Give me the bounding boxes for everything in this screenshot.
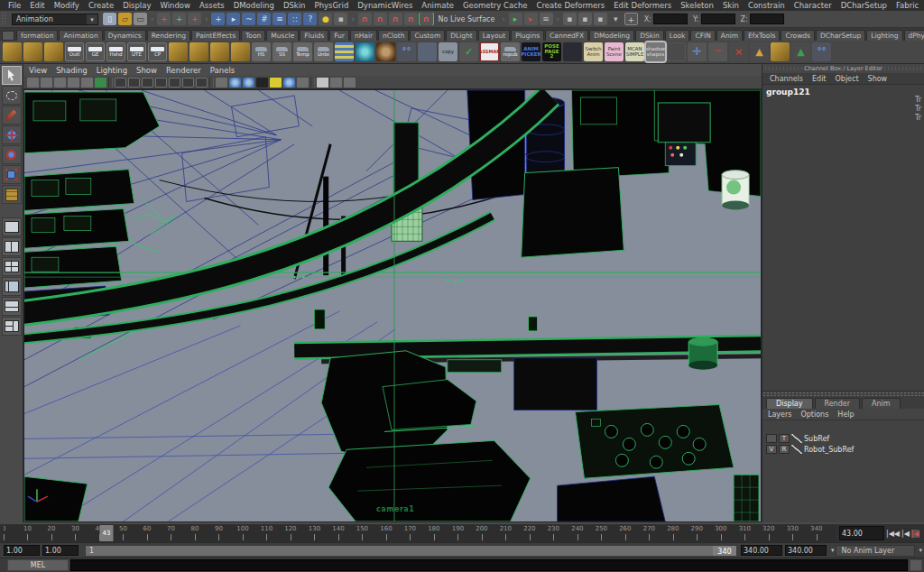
modeling-toolkit-icon[interactable]: ▪	[563, 13, 577, 25]
package-icon[interactable]	[189, 42, 208, 61]
shadow-shapes-button[interactable]: shadow shapes	[646, 42, 665, 61]
menu-display[interactable]: Display	[118, 1, 155, 10]
menu-set-selector[interactable]: Animation ▾	[12, 14, 98, 25]
menu-edit[interactable]: Edit	[25, 1, 49, 10]
select-lattice-icon[interactable]: ≡	[273, 13, 286, 25]
gold-stack-icon[interactable]	[771, 42, 790, 61]
snap-to-view-plane-icon[interactable]: ∩	[404, 13, 418, 25]
scale-tool[interactable]	[2, 165, 22, 184]
package-icon[interactable]	[3, 42, 22, 61]
lights-icon[interactable]	[256, 78, 268, 88]
viewport-menu-lighting[interactable]: Lighting	[97, 66, 127, 75]
menu-create[interactable]: Create	[84, 1, 118, 10]
lock-icon[interactable]: ●	[319, 13, 332, 25]
layer-row[interactable]: VRRobot_SubRef	[762, 444, 924, 455]
input-connections-icon[interactable]: ▸	[509, 13, 522, 25]
shelf-tab-fur[interactable]: Fur	[329, 30, 349, 41]
stripes-icon[interactable]	[335, 42, 354, 61]
group-divider[interactable]: ›	[351, 15, 354, 23]
animation-start-field[interactable]	[4, 545, 40, 556]
symmetry-icon[interactable]: ▪	[578, 13, 592, 25]
layer-editor-tab-display[interactable]: Display	[766, 398, 813, 409]
shelf-tab-toon[interactable]: Toon	[241, 30, 265, 41]
menu-file[interactable]: File	[4, 1, 25, 10]
smooth-shade-icon[interactable]	[229, 78, 241, 88]
isolate-select-icon[interactable]	[317, 78, 328, 88]
menu-physgrid[interactable]: PhysGrid	[310, 1, 354, 10]
step-back-frame-button[interactable]: |◀	[901, 530, 910, 538]
package-icon[interactable]	[44, 42, 63, 61]
car-temp-button[interactable]: Temp	[293, 42, 312, 61]
viewport-menu-view[interactable]: View	[29, 66, 47, 75]
layer-color-swatch-icon[interactable]	[791, 445, 802, 454]
occlusion-icon[interactable]	[297, 78, 309, 88]
playback-end-field[interactable]	[741, 545, 782, 556]
menu-fabric[interactable]: Fabric	[892, 1, 923, 10]
textured-icon[interactable]	[243, 78, 254, 88]
shelf-tab-rendering[interactable]: Rendering	[147, 30, 190, 41]
car-hs-button[interactable]: HS	[252, 42, 271, 61]
compass-icon[interactable]: ✛	[688, 42, 707, 61]
range-slider-bar[interactable]	[86, 546, 736, 556]
shelf-tab-lighting[interactable]: Lighting	[866, 30, 902, 41]
shelf-tab-painteffects[interactable]: PaintEffects	[191, 30, 240, 41]
menu-constrain[interactable]: Constrain	[744, 1, 790, 10]
step-back-key-button[interactable]: |◀	[911, 530, 919, 538]
select-tool[interactable]	[2, 66, 22, 85]
shadows-icon[interactable]	[283, 78, 295, 88]
monkey-icon[interactable]	[376, 42, 395, 61]
move-tool[interactable]	[2, 125, 22, 144]
lasso-select-tool[interactable]	[2, 86, 22, 105]
layer-editor-menu-options[interactable]: Options	[800, 411, 828, 419]
output-connections-icon[interactable]: ▸	[524, 13, 538, 25]
car-ss-button[interactable]: SS	[273, 42, 291, 61]
new-scene-icon[interactable]: ▯	[103, 13, 116, 25]
wireframe-icon[interactable]	[216, 78, 227, 88]
shelf-tab-ncloth[interactable]: nCloth	[378, 30, 409, 41]
menu-character[interactable]: Character	[790, 1, 836, 10]
shelf-tab-plugins[interactable]: Plugins	[511, 30, 544, 41]
shelf-tab-switcher-icon[interactable]	[2, 31, 14, 41]
anim-layer-selector[interactable]: No Anim Layer	[836, 545, 915, 557]
shelf-tab-custom[interactable]: Custom	[410, 30, 445, 41]
channel-box-body[interactable]: group121 TrTrTr	[762, 85, 924, 392]
snap-rotate-icon[interactable]: +	[172, 13, 186, 25]
package-icon[interactable]	[169, 42, 188, 61]
select-curve-icon[interactable]: ~	[242, 13, 255, 25]
repub-check-button[interactable]: ✓	[459, 42, 478, 61]
default-material-icon[interactable]	[270, 78, 282, 88]
grease-pencil-icon[interactable]	[95, 78, 106, 88]
viewport-canvas[interactable]: camera1	[23, 89, 762, 522]
collapse-icon[interactable]: ▾	[609, 13, 623, 25]
viewport-menu-shading[interactable]: Shading	[56, 66, 88, 75]
menu-modify[interactable]: Modify	[50, 1, 84, 10]
tree-icon[interactable]: ▲	[791, 42, 810, 61]
mel-toggle-button[interactable]: MEL	[7, 559, 69, 571]
frame-all-icon[interactable]	[196, 78, 208, 88]
gate-mask-icon[interactable]	[142, 78, 153, 88]
menu-dcharsetup[interactable]: DCharSetup	[836, 1, 892, 10]
switch-anim-button[interactable]: Switch Anim	[584, 42, 603, 61]
snap-scale-icon[interactable]: +	[188, 13, 201, 25]
camera-attributes-icon[interactable]	[41, 78, 52, 88]
menu-edit-deformers[interactable]: Edit Deformers	[609, 1, 676, 10]
soft-select-icon[interactable]: ▪	[594, 13, 607, 25]
select-hierarchy-icon[interactable]: +	[211, 13, 225, 25]
map-icon[interactable]	[231, 42, 250, 61]
shelf-tab-animation[interactable]: Animation	[59, 30, 102, 41]
package-syringe-icon[interactable]	[210, 42, 229, 61]
chevron-down-icon[interactable]: ▾	[831, 547, 835, 554]
viewport-menu-panels[interactable]: Panels	[210, 66, 235, 75]
molecule-icon[interactable]: °°	[812, 42, 831, 61]
snap-move-icon[interactable]: +	[157, 13, 171, 25]
select-dynamic-icon[interactable]: ::	[288, 13, 301, 25]
field-chart-icon[interactable]	[155, 78, 167, 88]
shelf-tab-cannedfx[interactable]: CannedFX	[545, 30, 588, 41]
red-swirl-icon[interactable]: ~	[708, 42, 727, 61]
image-plane-icon[interactable]	[68, 78, 79, 88]
paint-scene-button[interactable]: Paint Scene	[605, 42, 624, 61]
anim-picker-button[interactable]: ANIM PICKER	[522, 42, 541, 61]
layout-hypershade[interactable]	[2, 317, 22, 336]
viewport-menu-show[interactable]: Show	[136, 66, 157, 75]
pyramid-icon[interactable]: ▲	[750, 42, 769, 61]
